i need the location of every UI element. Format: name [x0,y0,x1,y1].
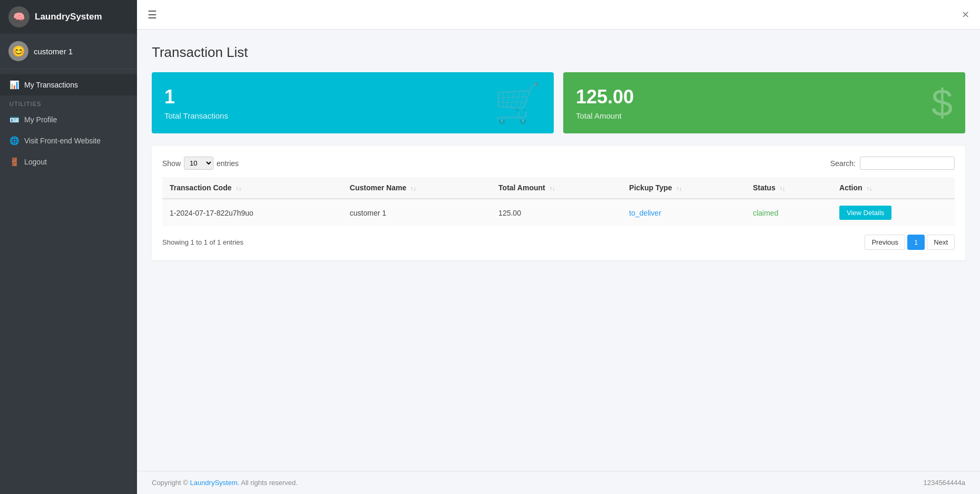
avatar: 😊 [8,41,28,61]
sidebar-logo: 🧠 [8,6,30,27]
cart-icon: 🛒 [494,84,541,122]
footer: Copyright © LaundrySystem. All rights re… [137,471,980,494]
total-amount-label: Total Amount [576,111,634,120]
stat-card-left: 125.00 Total Amount [576,86,634,120]
show-label: Show [162,159,181,168]
utilities-label: Utilities [0,95,137,109]
table-row: 1-2024-07-17-822u7h9uo customer 1 125.00… [162,199,955,226]
table-controls: Show 10 25 50 100 entries Search: [162,157,955,170]
cell-transaction-code: 1-2024-07-17-822u7h9uo [162,199,342,226]
sort-icon: ↑↓ [410,185,416,191]
main-content: ☰ ✕ Transaction List 1 Total Transaction… [137,0,980,494]
profile-icon: 🪪 [9,115,19,124]
next-button[interactable]: Next [927,235,955,250]
page-1-button[interactable]: 1 [907,235,925,250]
status-badge: claimed [753,209,778,217]
footer-id: 1234564444a [923,479,965,487]
sort-icon: ↑↓ [780,185,786,191]
col-action[interactable]: Action ↑↓ [832,177,955,199]
previous-button[interactable]: Previous [865,235,905,250]
search-input[interactable] [860,157,955,170]
sidebar-item-visit-frontend[interactable]: 🌐 Visit Front-end Website [0,130,137,151]
total-amount-value: 125.00 [576,86,634,108]
sidebar-nav: 📊 My Transactions Utilities 🪪 My Profile… [0,69,137,494]
sidebar-item-my-profile[interactable]: 🪪 My Profile [0,109,137,130]
sidebar-item-label: Logout [24,158,47,166]
page-title: Transaction List [152,44,965,61]
logo-icon: 🧠 [13,11,25,23]
footer-copyright: Copyright © LaundrySystem. All rights re… [152,479,298,487]
sidebar-user: 😊 customer 1 [0,34,137,69]
sidebar-item-logout[interactable]: 🚪 Logout [0,151,137,172]
total-amount-card: 125.00 Total Amount $ [563,72,965,133]
sidebar-item-my-transactions[interactable]: 📊 My Transactions [0,74,137,95]
col-total-amount[interactable]: Total Amount ↑↓ [491,177,622,199]
sidebar-app-name: LaundrySystem [35,12,102,22]
view-details-button[interactable]: View Details [839,206,891,220]
pickup-type-link[interactable]: to_deliver [629,209,661,217]
transactions-table: Transaction Code ↑↓ Customer Name ↑↓ Tot… [162,177,955,226]
copyright-text: Copyright © [152,479,190,487]
stat-card-left: 1 Total Transactions [164,86,228,120]
logout-icon: 🚪 [9,157,19,167]
close-button[interactable]: ✕ [962,9,969,21]
sidebar-item-label: My Transactions [24,81,78,89]
sidebar-header: 🧠 LaundrySystem [0,0,137,34]
avatar-icon: 😊 [12,45,25,57]
sidebar: 🧠 LaundrySystem 😊 customer 1 📊 My Transa… [0,0,137,494]
pagination-row: Showing 1 to 1 of 1 entries Previous 1 N… [162,235,955,250]
search-label: Search: [830,159,856,168]
col-pickup-type[interactable]: Pickup Type ↑↓ [622,177,746,199]
total-transactions-card: 1 Total Transactions 🛒 [152,72,554,133]
table-controls-left: Show 10 25 50 100 entries [162,157,239,170]
sidebar-item-label: My Profile [24,115,57,124]
sort-icon: ↑↓ [676,185,682,191]
col-status[interactable]: Status ↑↓ [746,177,832,199]
rights-text: All rights reserved. [239,479,298,487]
sort-icon: ↑↓ [236,185,241,191]
footer-brand-link[interactable]: LaundrySystem. [190,479,239,487]
sort-icon: ↑↓ [550,185,555,191]
entries-select[interactable]: 10 25 50 100 [184,157,213,170]
dollar-icon: $ [932,84,953,122]
pagination-buttons: Previous 1 Next [865,235,955,250]
cell-customer-name: customer 1 [342,199,491,226]
hamburger-button[interactable]: ☰ [148,8,157,21]
col-customer-name[interactable]: Customer Name ↑↓ [342,177,491,199]
content-area: Transaction List 1 Total Transactions 🛒 … [137,30,980,471]
globe-icon: 🌐 [9,136,19,146]
sort-icon: ↑↓ [866,185,872,191]
sidebar-item-label: Visit Front-end Website [24,137,101,145]
user-name: customer 1 [34,47,73,56]
cell-pickup-type: to_deliver [622,199,746,226]
table-section: Show 10 25 50 100 entries Search: [152,146,965,260]
total-transactions-label: Total Transactions [164,111,228,120]
cell-action: View Details [832,199,955,226]
stat-cards: 1 Total Transactions 🛒 125.00 Total Amou… [152,72,965,133]
topbar: ☰ ✕ [137,0,980,30]
col-transaction-code[interactable]: Transaction Code ↑↓ [162,177,342,199]
total-transactions-value: 1 [164,86,228,108]
cell-total-amount: 125.00 [491,199,622,226]
showing-text: Showing 1 to 1 of 1 entries [162,238,243,246]
table-header-row: Transaction Code ↑↓ Customer Name ↑↓ Tot… [162,177,955,199]
entries-label: entries [217,159,239,168]
cell-status: claimed [746,199,832,226]
table-controls-right: Search: [830,157,955,170]
bar-chart-icon: 📊 [9,80,19,90]
table-body: 1-2024-07-17-822u7h9uo customer 1 125.00… [162,199,955,226]
